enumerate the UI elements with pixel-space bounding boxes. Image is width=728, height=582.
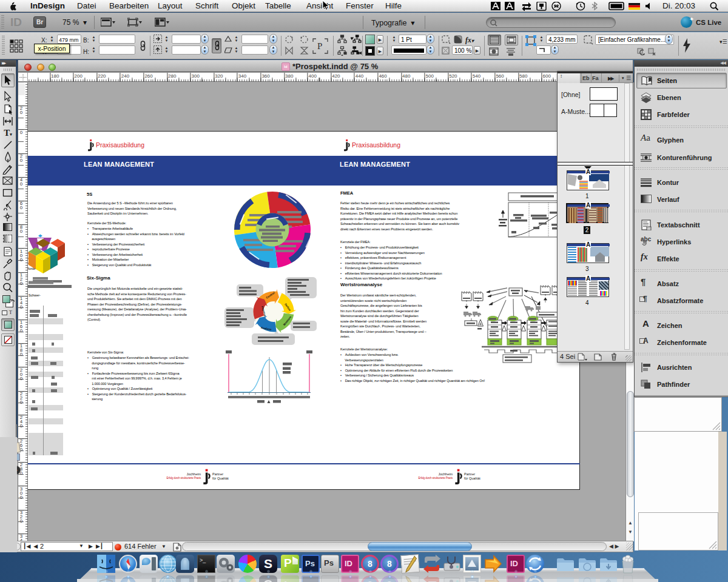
svg-text:P: P — [317, 41, 322, 51]
